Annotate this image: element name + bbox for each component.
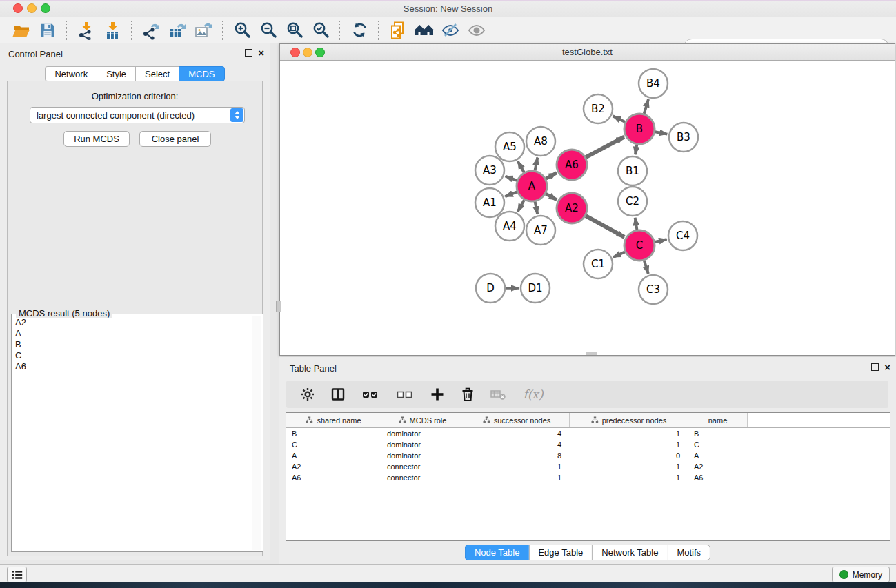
cell-mcds-role[interactable]: dominator — [381, 452, 464, 460]
column-header-predecessor-nodes[interactable]: predecessor nodes — [570, 413, 688, 427]
open-session-icon[interactable] — [8, 19, 34, 41]
cell-shared-name[interactable]: C — [286, 440, 381, 449]
edge-A-A1[interactable] — [505, 192, 517, 196]
float-panel-icon[interactable] — [245, 49, 252, 57]
result-list-scrollbar[interactable] — [252, 316, 261, 550]
show-graphics-details-icon[interactable] — [464, 19, 490, 41]
network-hscroll-thumb[interactable] — [586, 352, 597, 355]
node-A7[interactable]: A7 — [526, 216, 555, 245]
cell-predecessor-nodes[interactable]: 1 — [570, 440, 688, 449]
node-B1[interactable]: B1 — [618, 156, 647, 185]
deselect-all-icon[interactable] — [392, 385, 417, 404]
function-builder-icon[interactable]: f(x) — [518, 385, 548, 404]
cell-shared-name[interactable]: A2 — [286, 463, 381, 471]
cell-predecessor-nodes[interactable]: 1 — [570, 474, 688, 482]
tab-style[interactable]: Style — [97, 66, 135, 81]
node-A3[interactable]: A3 — [475, 156, 504, 185]
show-panels-button[interactable] — [7, 567, 27, 582]
memory-button[interactable]: Memory — [832, 567, 890, 582]
tab-select[interactable]: Select — [135, 66, 179, 81]
column-header-successor-nodes[interactable]: successor nodes — [464, 413, 570, 427]
cell-name[interactable]: B — [688, 429, 748, 438]
node-D[interactable]: D — [476, 274, 505, 303]
float-table-panel-icon[interactable] — [871, 363, 879, 371]
node-A[interactable]: A — [517, 171, 547, 201]
edge-B-B1[interactable] — [635, 145, 637, 155]
table-row-b[interactable]: Bdominator41B — [286, 428, 890, 439]
result-item-b[interactable]: B — [12, 339, 252, 350]
edge-C-C2[interactable] — [635, 218, 637, 230]
column-header-name[interactable]: name — [688, 413, 748, 427]
show-hide-columns-icon[interactable] — [328, 385, 348, 404]
tab-node-table[interactable]: Node Table — [465, 545, 529, 560]
node-C3[interactable]: C3 — [639, 275, 668, 304]
result-item-a[interactable]: A — [12, 328, 252, 339]
export-image-icon[interactable] — [190, 19, 217, 41]
edge-A-A5[interactable] — [518, 161, 524, 172]
node-A1[interactable]: A1 — [475, 188, 504, 217]
new-network-from-selection-icon[interactable] — [385, 19, 411, 41]
hide-unhide-icon[interactable] — [437, 19, 464, 41]
edge-C-C1[interactable] — [613, 252, 625, 257]
tab-network-table[interactable]: Network Table — [592, 545, 667, 560]
cell-predecessor-nodes[interactable]: 1 — [570, 429, 688, 438]
table-row-a[interactable]: Adominator80A — [286, 450, 890, 461]
network-window-titlebar[interactable]: testGlobe.txt — [280, 44, 895, 61]
table-row-a6[interactable]: A6connector11A6 — [286, 472, 890, 483]
tab-edge-table[interactable]: Edge Table — [528, 545, 592, 560]
run-mcds-button[interactable]: Run MCDS — [63, 131, 130, 147]
cell-predecessor-nodes[interactable]: 0 — [570, 452, 688, 460]
add-column-icon[interactable] — [427, 385, 448, 404]
cell-successor-nodes[interactable]: 4 — [464, 429, 570, 438]
import-network-icon[interactable] — [73, 19, 99, 41]
cell-mcds-role[interactable]: dominator — [381, 429, 464, 438]
result-item-a6[interactable]: A6 — [12, 361, 252, 372]
node-C2[interactable]: C2 — [618, 187, 647, 216]
node-C1[interactable]: C1 — [584, 250, 613, 278]
tab-network[interactable]: Network — [45, 66, 97, 81]
cell-shared-name[interactable]: A6 — [286, 474, 381, 482]
node-D1[interactable]: D1 — [521, 274, 550, 303]
network-canvas[interactable]: B4B2BB3A8A5A6A3B1AC2A1A2A4A7C4CC1DD1C3 — [280, 61, 895, 355]
table-row-c[interactable]: Cdominator41C — [286, 439, 890, 450]
edge-A-A2[interactable] — [546, 194, 557, 200]
edge-B-B4[interactable] — [644, 99, 648, 114]
node-A6[interactable]: A6 — [557, 150, 587, 180]
zoom-in-icon[interactable] — [229, 19, 255, 41]
table-settings-icon[interactable] — [297, 385, 318, 404]
export-table-icon[interactable] — [164, 19, 190, 41]
edge-A2-C[interactable] — [586, 216, 624, 237]
node-A4[interactable]: A4 — [495, 212, 524, 241]
cell-successor-nodes[interactable]: 8 — [464, 452, 570, 460]
edge-C-C3[interactable] — [644, 261, 648, 274]
cell-shared-name[interactable]: A — [286, 452, 381, 460]
edge-B-B2[interactable] — [613, 116, 626, 122]
edge-A6-B[interactable] — [586, 137, 624, 158]
cell-predecessor-nodes[interactable]: 1 — [570, 463, 688, 471]
edge-A-A7[interactable] — [535, 202, 538, 214]
go-home-icon[interactable] — [411, 19, 437, 41]
result-item-a2[interactable]: A2 — [12, 317, 252, 328]
zoom-selected-icon[interactable] — [308, 19, 334, 41]
cell-successor-nodes[interactable]: 1 — [464, 474, 570, 482]
cell-mcds-role[interactable]: connector — [381, 463, 464, 471]
cell-mcds-role[interactable]: dominator — [381, 440, 464, 449]
cell-name[interactable]: C — [688, 440, 748, 449]
node-A2[interactable]: A2 — [557, 193, 587, 223]
node-C[interactable]: C — [624, 230, 655, 261]
column-header-mcds-role[interactable]: MCDS role — [381, 413, 464, 427]
import-table-icon[interactable] — [99, 19, 126, 41]
column-header-shared-name[interactable]: shared name — [286, 413, 381, 427]
close-panel-icon[interactable]: × — [258, 49, 264, 57]
result-item-c[interactable]: C — [12, 350, 252, 361]
zoom-out-icon[interactable] — [255, 19, 281, 41]
delete-table-icon[interactable] — [488, 385, 508, 404]
export-network-icon[interactable] — [138, 19, 164, 41]
close-panel-button[interactable]: Close panel — [139, 131, 211, 147]
close-table-panel-icon[interactable]: × — [884, 363, 890, 371]
edge-A-A6[interactable] — [546, 173, 557, 179]
tab-motifs[interactable]: Motifs — [667, 545, 710, 560]
cell-successor-nodes[interactable]: 1 — [464, 463, 570, 471]
zoom-fit-icon[interactable] — [281, 19, 308, 41]
edge-A-A4[interactable] — [518, 200, 524, 212]
